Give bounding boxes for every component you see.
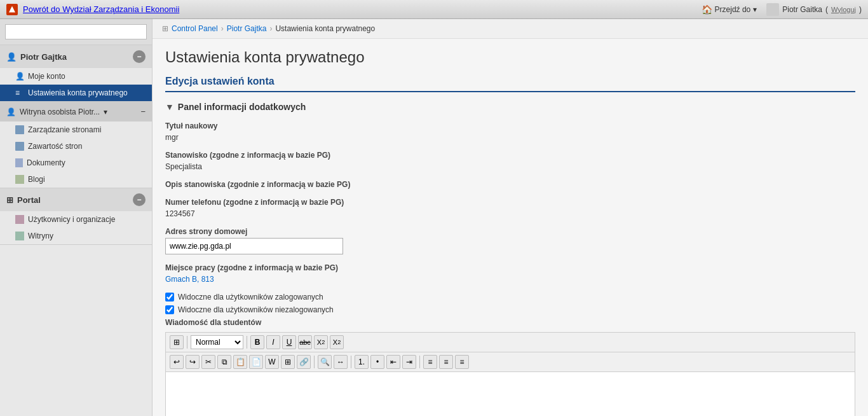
workplace-link[interactable]: Gmach B, 813 xyxy=(165,275,214,284)
sidebar-item-blogs[interactable]: Blogi xyxy=(0,171,152,188)
personal-site-icon: 👤 xyxy=(6,107,16,116)
portal-label: Portal xyxy=(17,195,41,205)
rte-undo-btn[interactable]: ↩ xyxy=(170,355,184,369)
portal-icon: ⊞ xyxy=(6,195,13,205)
rte-ul-btn[interactable]: • xyxy=(370,355,384,369)
rte-sep3 xyxy=(314,356,315,368)
phone-group: Numer telefonu (zgodne z informacją w ba… xyxy=(165,198,855,218)
sidebar-search-area xyxy=(0,19,152,45)
rte-strike-btn[interactable]: abc xyxy=(298,335,312,349)
personal-site-expand[interactable]: − xyxy=(140,107,146,116)
sidebar-item-my-account[interactable]: 👤 Moje konto xyxy=(0,68,152,85)
rte-align-left-btn[interactable]: ≡ xyxy=(423,355,437,369)
rte-superscript-btn[interactable]: X2 xyxy=(330,335,344,349)
rte-paste-btn[interactable]: 📋 xyxy=(233,355,247,369)
rte-table-btn[interactable]: ⊞ xyxy=(281,355,295,369)
rte-toolbar-row2: ↩ ↪ ✂ ⧉ 📋 📄 W ⊞ 🔗 🔍 ↔ 1. • xyxy=(166,352,855,372)
breadcrumb-icon: ⊞ xyxy=(162,24,168,33)
rte-cut-btn[interactable]: ✂ xyxy=(201,355,215,369)
goto-home[interactable]: 🏠 Przejdź do ▾ xyxy=(702,4,757,15)
breadcrumb-sep1: › xyxy=(221,24,224,33)
main-content: ⊞ Control Panel › Piotr Gajtka › Ustawie… xyxy=(153,19,868,416)
doc-icon xyxy=(15,158,23,167)
position-label: Stanowisko (zgodne z informacją w bazie … xyxy=(165,151,855,160)
rte-format-select[interactable]: Normal Heading 1 Heading 2 Heading 3 xyxy=(191,335,243,349)
rte-indent-inc-btn[interactable]: ⇥ xyxy=(402,355,416,369)
portal-expand[interactable]: − xyxy=(133,193,146,206)
sidebar-user-expand[interactable]: − xyxy=(133,50,146,63)
sidebar-item-content[interactable]: Zawartość stron xyxy=(0,138,152,155)
rte-sep2 xyxy=(247,336,247,349)
rte-bold-btn[interactable]: B xyxy=(250,335,264,349)
search-input[interactable] xyxy=(5,24,147,39)
portal-header: ⊞ Portal − xyxy=(0,188,152,211)
rte-underline-btn[interactable]: U xyxy=(282,335,296,349)
user-avatar-icon xyxy=(766,3,779,16)
rte-sep1 xyxy=(187,336,187,349)
breadcrumb-control-panel[interactable]: Control Panel xyxy=(172,24,218,33)
sidebar-item-sites[interactable]: Witryny xyxy=(0,228,152,244)
user-name: Piotr Gaitka xyxy=(782,5,822,14)
academic-title-value: mgr xyxy=(165,133,179,142)
sidebar-item-users-orgs[interactable]: Użytkownicy i organizacje xyxy=(0,211,152,228)
rte-body[interactable] xyxy=(166,372,855,416)
content-icon xyxy=(15,142,24,151)
content-area: Ustawienia konta prywatnego Edycja ustaw… xyxy=(153,39,868,416)
phone-label: Numer telefonu (zgodne z informacją w ba… xyxy=(165,198,855,207)
user-menu[interactable]: Piotr Gaitka (Wyloguj) xyxy=(766,3,862,16)
sidebar-username: Piotr Gajtka xyxy=(20,52,67,62)
page-title: Ustawienia konta prywatnego xyxy=(165,48,855,66)
rte-align-right-btn[interactable]: ≡ xyxy=(455,355,469,369)
sidebar-item-manage-pages[interactable]: Zarządzanie stronami xyxy=(0,121,152,138)
rte-container: ⊞ Normal Heading 1 Heading 2 Heading 3 B… xyxy=(165,332,855,416)
breadcrumb-sep2: › xyxy=(269,24,272,33)
sidebar-item-documents[interactable]: Dokumenty xyxy=(0,155,152,171)
breadcrumb-user[interactable]: Piotr Gajtka xyxy=(227,24,267,33)
rte-copy-btn[interactable]: ⧉ xyxy=(217,355,231,369)
website-label: Adres strony domowej xyxy=(165,227,855,236)
checkbox-logged-label: Widoczne dla użytkowników zalogowanych xyxy=(178,293,323,302)
checkbox-notlogged[interactable] xyxy=(165,305,174,314)
personal-site-header: 👤 Witryna osobista Piotr... ▾ − xyxy=(0,102,152,121)
sidebar-item-account-settings[interactable]: ≡ Ustawienia konta prywatnego xyxy=(0,85,152,101)
rte-sep4 xyxy=(351,356,351,368)
sidebar-user-header: 👤 Piotr Gajtka − xyxy=(0,45,152,68)
checkbox-logged[interactable] xyxy=(165,293,174,302)
checkbox-logged-group: Widoczne dla użytkowników zalogowanych xyxy=(165,293,855,302)
position-group: Stanowisko (zgodne z informacją w bazie … xyxy=(165,151,855,171)
sidebar: 👤 Piotr Gajtka − 👤 Moje konto ≡ Ustawien… xyxy=(0,19,153,416)
sites-icon xyxy=(15,232,24,240)
my-account-label: Moje konto xyxy=(28,72,65,81)
rte-paste-word-btn[interactable]: W xyxy=(265,355,279,369)
personal-site-chevron[interactable]: ▾ xyxy=(104,107,107,116)
account-icon: 👤 xyxy=(15,72,24,81)
rte-replace-btn[interactable]: ↔ xyxy=(334,355,348,369)
rte-find-btn[interactable]: 🔍 xyxy=(318,355,332,369)
rte-italic-btn[interactable]: I xyxy=(266,335,280,349)
rte-source-btn[interactable]: ⊞ xyxy=(170,335,184,349)
workplace-group: Miejsce pracy (zgodne z informacją w baz… xyxy=(165,263,855,284)
users-orgs-label: Użytkownicy i organizacje xyxy=(28,215,115,224)
rte-subscript-btn[interactable]: X2 xyxy=(314,335,328,349)
breadcrumb: ⊞ Control Panel › Piotr Gajtka › Ustawie… xyxy=(153,19,868,39)
blog-icon xyxy=(15,175,24,184)
rte-paste-text-btn[interactable]: 📄 xyxy=(249,355,263,369)
panel-title: Panel informacji dodatkowych xyxy=(178,102,306,112)
personal-site-label: 👤 Witryna osobista Piotr... ▾ xyxy=(6,107,107,116)
rte-indent-dec-btn[interactable]: ⇤ xyxy=(386,355,400,369)
logout-link[interactable]: Wyloguj xyxy=(831,6,856,13)
website-input[interactable] xyxy=(165,238,343,254)
rte-redo-btn[interactable]: ↪ xyxy=(186,355,200,369)
rte-align-center-btn[interactable]: ≡ xyxy=(439,355,453,369)
layout: 👤 Piotr Gajtka − 👤 Moje konto ≡ Ustawien… xyxy=(0,19,868,416)
user-section-label: 👤 Piotr Gajtka xyxy=(6,52,67,62)
rte-ol-btn[interactable]: 1. xyxy=(355,355,369,369)
panel-toggle-icon[interactable]: ▼ xyxy=(165,102,174,112)
workplace-label: Miejsce pracy (zgodne z informacją w baz… xyxy=(165,263,855,272)
position-desc-label: Opis stanowiska (zgodnie z informacją w … xyxy=(165,180,855,189)
page-icon xyxy=(15,125,24,134)
back-link[interactable]: Powrót do Wydział Zarządzania i Ekonomii xyxy=(23,4,179,14)
rte-link-btn[interactable]: 🔗 xyxy=(297,355,311,369)
rte-sep5 xyxy=(419,356,420,368)
rte-toolbar-row1: ⊞ Normal Heading 1 Heading 2 Heading 3 B… xyxy=(166,333,855,352)
